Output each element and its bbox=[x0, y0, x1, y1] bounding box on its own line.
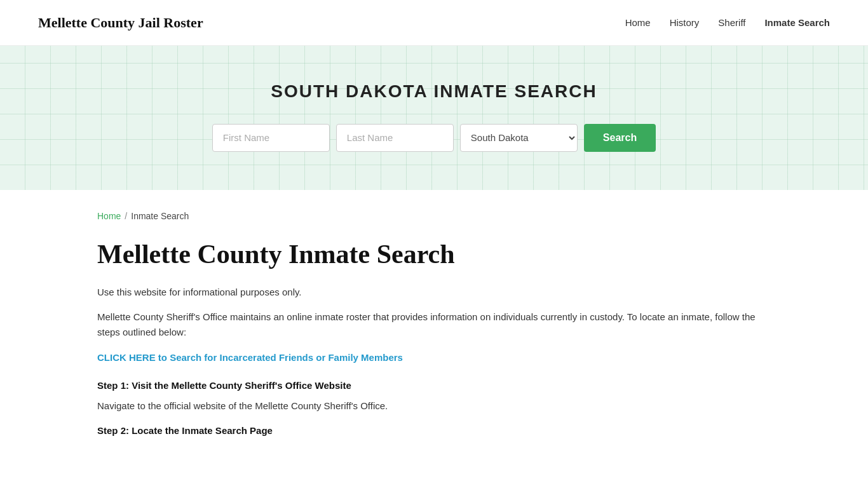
breadcrumb-home[interactable]: Home bbox=[97, 209, 121, 223]
site-header: Mellette County Jail Roster Home History… bbox=[0, 0, 868, 46]
hero-section: SOUTH DAKOTA INMATE SEARCH South Dakota … bbox=[0, 46, 868, 190]
step2-heading: Step 2: Locate the Inmate Search Page bbox=[97, 423, 771, 438]
inmate-search-form: South Dakota Search bbox=[13, 124, 855, 152]
intro-text: Use this website for informational purpo… bbox=[97, 285, 771, 301]
breadcrumb-separator: / bbox=[125, 209, 127, 223]
first-name-input[interactable] bbox=[212, 124, 330, 152]
click-here-link[interactable]: CLICK HERE to Search for Incarcerated Fr… bbox=[97, 350, 403, 365]
last-name-input[interactable] bbox=[336, 124, 454, 152]
site-title: Mellette County Jail Roster bbox=[38, 11, 203, 34]
nav-sheriff[interactable]: Sheriff bbox=[718, 15, 745, 30]
breadcrumb: Home / Inmate Search bbox=[97, 209, 771, 223]
step1-heading: Step 1: Visit the Mellette County Sherif… bbox=[97, 378, 771, 393]
state-select[interactable]: South Dakota bbox=[460, 124, 578, 152]
nav-inmate-search[interactable]: Inmate Search bbox=[764, 15, 830, 30]
hero-title: SOUTH DAKOTA INMATE SEARCH bbox=[13, 78, 855, 106]
main-content: Home / Inmate Search Mellette County Inm… bbox=[59, 190, 809, 482]
main-nav: Home History Sheriff Inmate Search bbox=[625, 15, 830, 30]
nav-history[interactable]: History bbox=[670, 15, 700, 30]
step1-text: Navigate to the official website of the … bbox=[97, 398, 771, 414]
nav-home[interactable]: Home bbox=[625, 15, 651, 30]
page-title: Mellette County Inmate Search bbox=[97, 238, 771, 270]
description-text: Mellette County Sheriff's Office maintai… bbox=[97, 309, 771, 341]
search-button[interactable]: Search bbox=[584, 124, 656, 152]
breadcrumb-current: Inmate Search bbox=[131, 209, 189, 223]
